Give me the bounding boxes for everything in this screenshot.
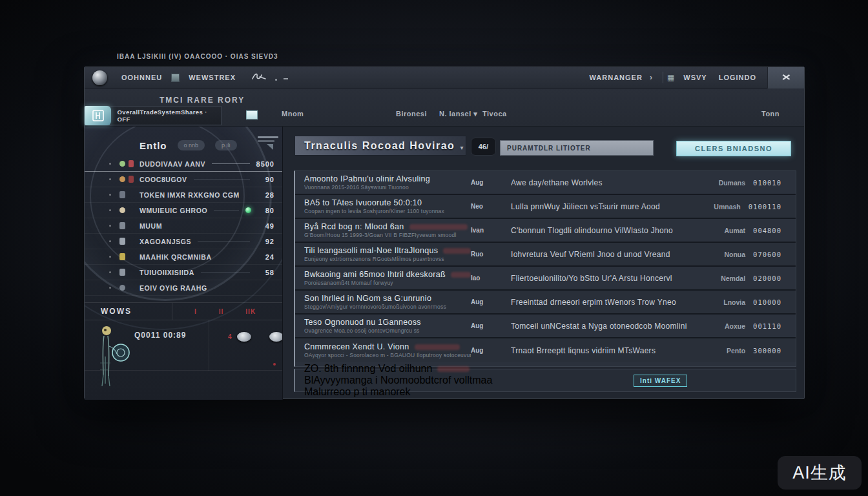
category-icon — [119, 161, 125, 167]
subnav-item-2[interactable]: Bironesi — [396, 110, 427, 118]
grid-icon: ▦ — [667, 73, 674, 82]
toggle-chip[interactable] — [246, 110, 258, 119]
table-row[interactable]: Tili leangasolli mal-Noe IltraJlonqusEun… — [295, 243, 796, 267]
row-description: Awe day/ethane Worlvles — [511, 178, 719, 187]
table-row[interactable]: Son Ihrlled in NGom sa G:unrunioSteggov/… — [295, 291, 796, 315]
subnav-item-4[interactable]: Tivoca — [482, 110, 507, 118]
category-icon — [119, 222, 125, 229]
nav-login-label[interactable]: LOGINDO — [719, 74, 756, 81]
search-input[interactable] — [500, 140, 654, 156]
row-owner: Aoxue — [725, 322, 745, 330]
window-title: TMCI RARE RORY — [160, 96, 245, 105]
row-description: Fliertoeulonilito/Yo bStto Ur'A Arstu Ho… — [511, 274, 721, 283]
row-owner: Nonua — [724, 251, 745, 258]
row-description: Lulla pnnWuy Jüliecn vsTsurir mure Aood — [511, 202, 714, 211]
chevron-right-icon[interactable]: › — [650, 73, 652, 82]
table-last-row[interactable]: ZO. 8th finnnng Vod oilhunn BlAyvyymanga… — [294, 369, 796, 392]
leader-line — [214, 287, 250, 288]
row-code: 070600 — [753, 251, 781, 258]
sidebar-item[interactable]: WMUIEUIC GHROO 80 — [85, 203, 282, 218]
nav-apps-label[interactable]: WSVY — [683, 74, 707, 81]
category-icon — [119, 207, 125, 213]
alert-mark: I — [194, 308, 197, 315]
sidebar-list: DUDOIVAAV AANV 8500 COOC8UGOV 90 TOKEN I… — [85, 156, 282, 296]
row-description: Freeinttad drneeori erpim tWenors Trow Y… — [511, 298, 723, 307]
scroll-widget[interactable] — [258, 134, 278, 154]
close-button[interactable]: × — [767, 67, 804, 88]
user-card[interactable]: Q0011 00:89 4 — [85, 320, 282, 371]
redacted-mark — [409, 224, 468, 230]
sidebar-tab-label: OverallTradeSystemShares · OFF — [117, 108, 221, 123]
table-row[interactable]: BA5 to TAtes Ivuoorute 50:0:10Coopan ing… — [295, 195, 796, 219]
page-title-dropdown[interactable]: Trnaculis Rocoad Hovirao ▾ — [294, 136, 466, 156]
row-code: 010000 — [753, 298, 781, 306]
primary-action-button[interactable]: CLERS BNIADSNO — [676, 141, 791, 156]
sidebar-tab[interactable]: OverallTradeSystemShares · OFF — [85, 106, 222, 125]
close-icon: × — [781, 71, 790, 84]
signature-flourish-icon[interactable] — [251, 72, 267, 83]
bullet-icon — [109, 163, 111, 165]
wows-section-header: WOWS I II IIK — [85, 302, 282, 320]
redacted-mark — [443, 248, 471, 254]
row-description: Iohvretura Veuf VRieml Jnoo d unod Vrean… — [511, 250, 724, 259]
top-navbar: OOHNNEU WEWSTREX WARNANGER › ▦ WSVY LOGI… — [85, 67, 804, 88]
subnav-item-1[interactable]: Mnom — [282, 110, 304, 118]
redacted-mark — [451, 272, 471, 278]
nav-menu-1[interactable]: OOHNNEU — [121, 74, 162, 81]
divider — [172, 303, 172, 320]
nav-menu-2[interactable]: WEWSTREX — [189, 74, 236, 81]
medal-badge-icon[interactable] — [237, 332, 251, 342]
row-code: 0100110 — [749, 203, 781, 211]
subnav-item-3[interactable]: N. Iansel ▾ — [439, 110, 477, 118]
bullet-icon — [109, 178, 111, 180]
app-window: OOHNNEU WEWSTREX WARNANGER › ▦ WSVY LOGI… — [84, 67, 805, 399]
row-tag: Iao — [471, 274, 511, 282]
row-owner: Pento — [727, 347, 745, 355]
bullet-icon — [109, 256, 111, 258]
init-wafex-button[interactable]: Inti WAFEX — [634, 375, 687, 387]
wows-title: WOWS — [101, 307, 132, 316]
trade-record-table: Amoonto IPabnu'u olinir AlvsulingVuonnan… — [294, 170, 796, 367]
row-tag: Ruo — [471, 251, 511, 258]
desktop: IBAA LJSIKIII (IV) OAACOOO · OIAS SIEVD3… — [0, 0, 868, 496]
category-icon — [119, 191, 125, 198]
row-tag: Aug — [471, 298, 511, 305]
filter-chip-2[interactable]: p ili — [215, 140, 237, 150]
panel-square-icon[interactable] — [171, 74, 180, 82]
table-row[interactable]: Bwkaoing ami 65moo Ihtril dkeskoraßPoroi… — [295, 267, 796, 291]
table-row[interactable]: Cnmmrecen Xendt U. VionnOAyqyor spocci -… — [295, 338, 796, 362]
character-avatar — [98, 324, 131, 391]
redacted-mark — [437, 366, 470, 372]
nav-dash-icon — [284, 78, 288, 79]
filter-chip-1[interactable]: o nnb — [178, 140, 205, 150]
subnav-right-label[interactable]: Tonn — [761, 110, 780, 118]
bullet-icon — [109, 209, 111, 211]
sidebar-item[interactable]: DUDOIVAAV AANV 8500 — [85, 156, 282, 172]
bullet-icon — [109, 225, 111, 227]
sidebar-item[interactable]: XAGOANJSGS 92 — [85, 234, 282, 249]
table-row[interactable]: Amoonto IPabnu'u olinir AlvsulingVuonnan… — [295, 171, 796, 195]
row-owner: Aumat — [724, 227, 745, 234]
bullet-icon — [109, 240, 111, 242]
navbar-right: WARNANGER › ▦ WSVY LOGINDO × — [584, 67, 804, 88]
table-row[interactable]: Teso Ognonuod nu 1GanneossOvagrence Moa.… — [295, 315, 796, 338]
bullet-icon — [109, 194, 111, 196]
sidebar-item[interactable]: COOC8UGOV 90 — [85, 172, 282, 187]
row-owner: Umnash — [714, 203, 740, 211]
count-button[interactable]: 46/ — [471, 138, 496, 156]
medal-badge-icon[interactable] — [269, 332, 283, 342]
user-name: Q0011 00:89 — [134, 331, 186, 340]
page-title: Trnaculis Rocoad Hovirao — [304, 140, 455, 152]
leader-line — [194, 179, 250, 180]
row-description: C'bonnun Tlogdli olindourno VilWlasto Jh… — [511, 226, 724, 235]
app-logo-icon[interactable] — [92, 70, 107, 85]
table-row[interactable]: Byå Rcd bog n: Mlood 6anG'Boom/Hoou 15 1… — [295, 219, 796, 243]
sidebar-item[interactable]: EOIV OYIG RAAHG — [85, 280, 282, 296]
sidebar-item[interactable]: TOKEN IMXR RXKGNO CGM 28 — [85, 187, 282, 203]
category-icon — [119, 238, 125, 245]
leader-line — [201, 272, 250, 273]
sidebar-item[interactable]: MUUM 49 — [85, 218, 282, 234]
nav-right-label[interactable]: WARNANGER — [590, 74, 643, 81]
sidebar-item[interactable]: MAAHIK QRCMNIBA 24 — [85, 249, 282, 265]
sidebar-item[interactable]: TUIUOIIXISIIDA 58 — [85, 265, 282, 280]
